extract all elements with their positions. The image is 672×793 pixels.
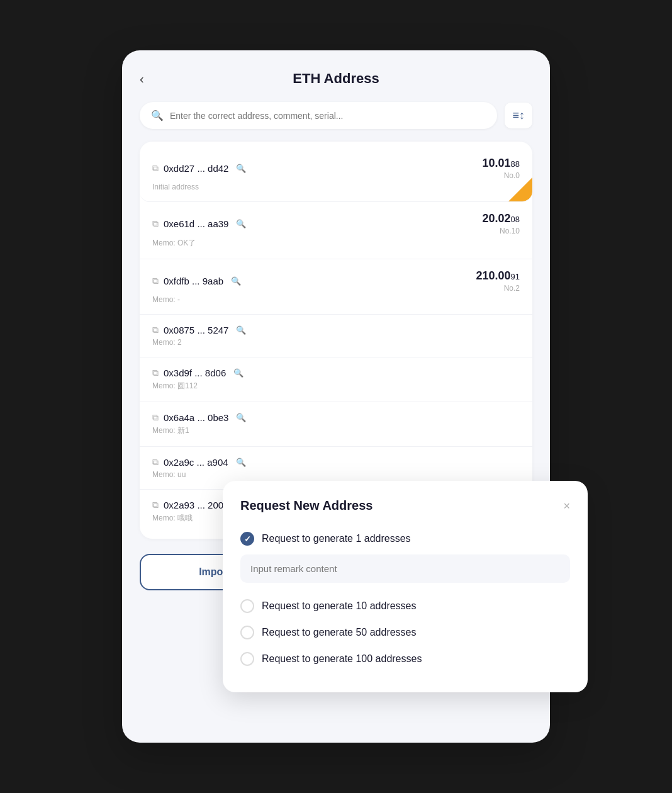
no-label-1: No.10 [482, 227, 520, 235]
memo-4: Memo: 圆112 [152, 381, 520, 391]
address-text-4: 0x3d9f ... 8d06 [164, 368, 226, 378]
memo-2: Memo: - [152, 295, 520, 304]
memo-3: Memo: 2 [152, 338, 520, 347]
active-corner-badge [508, 177, 532, 201]
search-addr-icon-3[interactable]: 🔍 [236, 325, 246, 335]
address-text-2: 0xfdfb ... 9aab [164, 276, 223, 286]
memo-1: Memo: OK了 [152, 238, 520, 249]
address-text-6: 0x2a9c ... a904 [164, 457, 228, 468]
modal-header: Request New Address × [240, 498, 570, 513]
balance-main-0: 10.01 [482, 157, 510, 169]
no-label-2: No.2 [476, 284, 520, 293]
address-item-0[interactable]: ⧉ 0xdd27 ... dd42 🔍 10.0188 No.0 Initial… [140, 147, 532, 202]
address-text-7: 0x2a93 ... 2006 [164, 500, 228, 510]
filter-icon: ≡↕ [512, 109, 525, 121]
remark-input[interactable] [240, 554, 570, 583]
address-text-1: 0xe61d ... aa39 [164, 218, 228, 229]
copy-icon-7[interactable]: ⧉ [152, 500, 159, 510]
balance-main-1: 20.02 [482, 212, 510, 225]
address-list: ⧉ 0xdd27 ... dd42 🔍 10.0188 No.0 Initial… [140, 142, 532, 539]
balance-sub-0: 88 [511, 159, 520, 169]
search-addr-icon-0[interactable]: 🔍 [236, 164, 246, 173]
search-addr-icon-6[interactable]: 🔍 [236, 458, 246, 467]
address-text-5: 0x6a4a ... 0be3 [164, 412, 228, 423]
balance-main-2: 210.00 [476, 269, 510, 282]
modal-close-button[interactable]: × [563, 500, 570, 512]
address-item-5[interactable]: ⧉ 0x6a4a ... 0be3 🔍 Memo: 新1 [140, 402, 532, 447]
balance-sub-2: 91 [511, 272, 520, 281]
header: ‹ ETH Address [140, 70, 532, 87]
radio-circle-1 [240, 532, 254, 546]
radio-option-4[interactable]: Request to generate 100 addresses [240, 646, 570, 672]
radio-label-4: Request to generate 100 addresses [262, 653, 422, 665]
memo-0: Initial address [152, 183, 520, 191]
search-input[interactable] [170, 111, 486, 121]
address-item-1[interactable]: ⧉ 0xe61d ... aa39 🔍 20.0208 No.10 Memo: … [140, 202, 532, 259]
request-modal: Request New Address × Request to generat… [223, 481, 588, 692]
copy-icon-4[interactable]: ⧉ [152, 368, 159, 378]
search-bar: 🔍 ≡↕ [140, 102, 532, 129]
filter-button[interactable]: ≡↕ [505, 103, 532, 128]
copy-icon-5[interactable]: ⧉ [152, 412, 159, 423]
radio-circle-3 [240, 626, 254, 639]
radio-label-1: Request to generate 1 addresses [262, 533, 411, 544]
copy-icon-3[interactable]: ⧉ [152, 325, 159, 335]
balance-sub-1: 08 [511, 215, 520, 224]
memo-6: Memo: uu [152, 470, 520, 479]
address-item-4[interactable]: ⧉ 0x3d9f ... 8d06 🔍 Memo: 圆112 [140, 357, 532, 402]
radio-option-1[interactable]: Request to generate 1 addresses [240, 526, 570, 552]
search-addr-icon-5[interactable]: 🔍 [236, 413, 246, 422]
back-button[interactable]: ‹ [140, 72, 144, 86]
address-item-3[interactable]: ⧉ 0x0875 ... 5247 🔍 Memo: 2 [140, 315, 532, 357]
radio-option-2[interactable]: Request to generate 10 addresses [240, 593, 570, 619]
modal-title: Request New Address [240, 498, 372, 513]
address-text-0: 0xdd27 ... dd42 [164, 163, 228, 174]
radio-circle-4 [240, 652, 254, 666]
search-icon: 🔍 [151, 110, 164, 121]
copy-icon-6[interactable]: ⧉ [152, 457, 159, 468]
radio-option-3[interactable]: Request to generate 50 addresses [240, 619, 570, 646]
search-addr-icon-1[interactable]: 🔍 [236, 219, 246, 228]
address-item-2[interactable]: ⧉ 0xfdfb ... 9aab 🔍 210.0091 No.2 Memo: … [140, 259, 532, 315]
copy-icon-0[interactable]: ⧉ [152, 163, 159, 174]
copy-icon-1[interactable]: ⧉ [152, 218, 159, 229]
radio-circle-2 [240, 599, 254, 613]
search-addr-icon-2[interactable]: 🔍 [231, 276, 241, 286]
page-title: ETH Address [293, 70, 379, 87]
radio-label-2: Request to generate 10 addresses [262, 600, 417, 612]
address-text-3: 0x0875 ... 5247 [164, 325, 228, 335]
radio-label-3: Request to generate 50 addresses [262, 627, 417, 638]
search-addr-icon-4[interactable]: 🔍 [233, 368, 244, 378]
search-wrapper: 🔍 [140, 102, 497, 129]
memo-5: Memo: 新1 [152, 425, 520, 436]
copy-icon-2[interactable]: ⧉ [152, 276, 159, 286]
